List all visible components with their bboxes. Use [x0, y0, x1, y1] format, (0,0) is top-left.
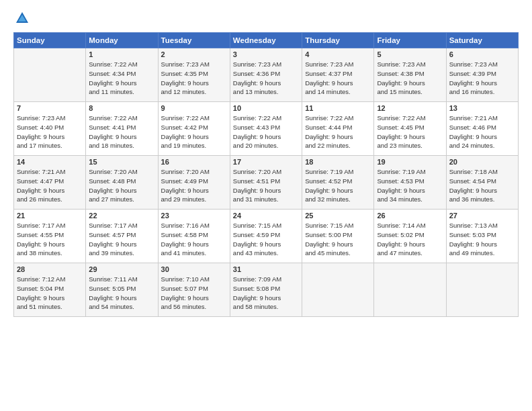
- day-number: 23: [161, 212, 227, 220]
- day-number: 3: [233, 50, 299, 58]
- day-number: 10: [233, 104, 299, 112]
- cell-content: Sunrise: 7:18 AM Sunset: 4:54 PM Dayligh…: [449, 167, 515, 204]
- day-number: 2: [161, 50, 227, 58]
- calendar-cell: 3Sunrise: 7:23 AM Sunset: 4:36 PM Daylig…: [230, 48, 302, 102]
- calendar-cell: 10Sunrise: 7:22 AM Sunset: 4:43 PM Dayli…: [230, 102, 302, 156]
- cell-content: Sunrise: 7:22 AM Sunset: 4:45 PM Dayligh…: [377, 113, 443, 150]
- calendar-cell: 21Sunrise: 7:17 AM Sunset: 4:55 PM Dayli…: [14, 210, 86, 263]
- cell-content: Sunrise: 7:23 AM Sunset: 4:37 PM Dayligh…: [305, 60, 371, 97]
- day-header-sunday: Sunday: [14, 33, 86, 48]
- day-number: 8: [89, 104, 154, 112]
- calendar-cell: 22Sunrise: 7:17 AM Sunset: 4:57 PM Dayli…: [86, 210, 158, 263]
- day-header-friday: Friday: [374, 33, 446, 48]
- calendar-cell: 19Sunrise: 7:19 AM Sunset: 4:53 PM Dayli…: [374, 156, 446, 210]
- calendar-cell: [14, 48, 86, 102]
- calendar-cell: 4Sunrise: 7:23 AM Sunset: 4:37 PM Daylig…: [302, 48, 374, 102]
- calendar-cell: 1Sunrise: 7:22 AM Sunset: 4:34 PM Daylig…: [86, 48, 158, 102]
- day-number: 25: [305, 212, 371, 220]
- day-header-wednesday: Wednesday: [230, 33, 302, 48]
- day-number: 19: [377, 158, 443, 166]
- cell-content: Sunrise: 7:17 AM Sunset: 4:55 PM Dayligh…: [17, 221, 83, 258]
- day-number: 22: [89, 212, 154, 220]
- cell-content: Sunrise: 7:22 AM Sunset: 4:41 PM Dayligh…: [89, 113, 154, 150]
- cell-content: Sunrise: 7:15 AM Sunset: 5:00 PM Dayligh…: [305, 221, 371, 258]
- calendar-cell: 9Sunrise: 7:22 AM Sunset: 4:42 PM Daylig…: [158, 102, 230, 156]
- cell-content: Sunrise: 7:22 AM Sunset: 4:43 PM Dayligh…: [233, 113, 299, 150]
- cell-content: Sunrise: 7:16 AM Sunset: 4:58 PM Dayligh…: [161, 221, 227, 258]
- day-number: 6: [449, 50, 515, 58]
- cell-content: Sunrise: 7:12 AM Sunset: 5:04 PM Dayligh…: [17, 275, 83, 312]
- cell-content: Sunrise: 7:23 AM Sunset: 4:38 PM Dayligh…: [377, 60, 443, 97]
- calendar-cell: 11Sunrise: 7:22 AM Sunset: 4:44 PM Dayli…: [302, 102, 374, 156]
- cell-content: Sunrise: 7:22 AM Sunset: 4:42 PM Dayligh…: [161, 113, 227, 150]
- logo-icon: [15, 11, 30, 26]
- calendar-cell: 5Sunrise: 7:23 AM Sunset: 4:38 PM Daylig…: [374, 48, 446, 102]
- calendar-cell: 28Sunrise: 7:12 AM Sunset: 5:04 PM Dayli…: [14, 263, 86, 317]
- cell-content: Sunrise: 7:21 AM Sunset: 4:47 PM Dayligh…: [17, 167, 83, 204]
- calendar-cell: 12Sunrise: 7:22 AM Sunset: 4:45 PM Dayli…: [374, 102, 446, 156]
- cell-content: Sunrise: 7:14 AM Sunset: 5:02 PM Dayligh…: [377, 221, 443, 258]
- cell-content: Sunrise: 7:15 AM Sunset: 4:59 PM Dayligh…: [233, 221, 299, 258]
- calendar-cell: 31Sunrise: 7:09 AM Sunset: 5:08 PM Dayli…: [230, 263, 302, 317]
- calendar-cell: 27Sunrise: 7:13 AM Sunset: 5:03 PM Dayli…: [446, 210, 518, 263]
- day-number: 30: [161, 265, 227, 273]
- cell-content: Sunrise: 7:22 AM Sunset: 4:34 PM Dayligh…: [89, 60, 154, 97]
- cell-content: Sunrise: 7:23 AM Sunset: 4:39 PM Dayligh…: [449, 60, 515, 97]
- calendar-cell: 8Sunrise: 7:22 AM Sunset: 4:41 PM Daylig…: [86, 102, 158, 156]
- day-number: 18: [305, 158, 371, 166]
- calendar-table: SundayMondayTuesdayWednesdayThursdayFrid…: [13, 32, 519, 317]
- cell-content: Sunrise: 7:19 AM Sunset: 4:52 PM Dayligh…: [305, 167, 371, 204]
- day-number: 27: [449, 212, 515, 220]
- day-number: 24: [233, 212, 299, 220]
- calendar-cell: 23Sunrise: 7:16 AM Sunset: 4:58 PM Dayli…: [158, 210, 230, 263]
- calendar-cell: 7Sunrise: 7:23 AM Sunset: 4:40 PM Daylig…: [14, 102, 86, 156]
- cell-content: Sunrise: 7:20 AM Sunset: 4:48 PM Dayligh…: [89, 167, 154, 204]
- cell-content: Sunrise: 7:11 AM Sunset: 5:05 PM Dayligh…: [89, 275, 154, 312]
- day-number: 9: [161, 104, 227, 112]
- day-number: 13: [449, 104, 515, 112]
- day-number: 31: [233, 265, 299, 273]
- calendar-cell: 29Sunrise: 7:11 AM Sunset: 5:05 PM Dayli…: [86, 263, 158, 317]
- calendar-cell: 24Sunrise: 7:15 AM Sunset: 4:59 PM Dayli…: [230, 210, 302, 263]
- calendar-cell: 6Sunrise: 7:23 AM Sunset: 4:39 PM Daylig…: [446, 48, 518, 102]
- day-number: 28: [17, 265, 83, 273]
- calendar-week-row: 21Sunrise: 7:17 AM Sunset: 4:55 PM Dayli…: [14, 210, 519, 263]
- cell-content: Sunrise: 7:17 AM Sunset: 4:57 PM Dayligh…: [89, 221, 154, 258]
- calendar-cell: 15Sunrise: 7:20 AM Sunset: 4:48 PM Dayli…: [86, 156, 158, 210]
- calendar-week-row: 1Sunrise: 7:22 AM Sunset: 4:34 PM Daylig…: [14, 48, 519, 102]
- calendar-week-row: 14Sunrise: 7:21 AM Sunset: 4:47 PM Dayli…: [14, 156, 519, 210]
- cell-content: Sunrise: 7:23 AM Sunset: 4:36 PM Dayligh…: [233, 60, 299, 97]
- day-header-monday: Monday: [86, 33, 158, 48]
- logo: [13, 11, 30, 26]
- calendar-week-row: 7Sunrise: 7:23 AM Sunset: 4:40 PM Daylig…: [14, 102, 519, 156]
- calendar-header-row: SundayMondayTuesdayWednesdayThursdayFrid…: [14, 33, 519, 48]
- calendar-cell: [446, 263, 518, 317]
- day-header-thursday: Thursday: [302, 33, 374, 48]
- day-number: 26: [377, 212, 443, 220]
- cell-content: Sunrise: 7:20 AM Sunset: 4:49 PM Dayligh…: [161, 167, 227, 204]
- day-number: 15: [89, 158, 154, 166]
- day-number: 17: [233, 158, 299, 166]
- day-number: 5: [377, 50, 443, 58]
- day-number: 29: [89, 265, 154, 273]
- cell-content: Sunrise: 7:23 AM Sunset: 4:35 PM Dayligh…: [161, 60, 227, 97]
- cell-content: Sunrise: 7:09 AM Sunset: 5:08 PM Dayligh…: [233, 275, 299, 312]
- calendar-cell: 17Sunrise: 7:20 AM Sunset: 4:51 PM Dayli…: [230, 156, 302, 210]
- day-number: 7: [17, 104, 83, 112]
- day-number: 1: [89, 50, 154, 58]
- day-number: 12: [377, 104, 443, 112]
- calendar-cell: [374, 263, 446, 317]
- cell-content: Sunrise: 7:23 AM Sunset: 4:40 PM Dayligh…: [17, 113, 83, 150]
- cell-content: Sunrise: 7:20 AM Sunset: 4:51 PM Dayligh…: [233, 167, 299, 204]
- day-number: 14: [17, 158, 83, 166]
- cell-content: Sunrise: 7:10 AM Sunset: 5:07 PM Dayligh…: [161, 275, 227, 312]
- calendar-cell: 14Sunrise: 7:21 AM Sunset: 4:47 PM Dayli…: [14, 156, 86, 210]
- calendar-cell: 25Sunrise: 7:15 AM Sunset: 5:00 PM Dayli…: [302, 210, 374, 263]
- cell-content: Sunrise: 7:21 AM Sunset: 4:46 PM Dayligh…: [449, 113, 515, 150]
- calendar-cell: [302, 263, 374, 317]
- calendar-cell: 26Sunrise: 7:14 AM Sunset: 5:02 PM Dayli…: [374, 210, 446, 263]
- cell-content: Sunrise: 7:19 AM Sunset: 4:53 PM Dayligh…: [377, 167, 443, 204]
- day-header-tuesday: Tuesday: [158, 33, 230, 48]
- day-number: 4: [305, 50, 371, 58]
- calendar-cell: 16Sunrise: 7:20 AM Sunset: 4:49 PM Dayli…: [158, 156, 230, 210]
